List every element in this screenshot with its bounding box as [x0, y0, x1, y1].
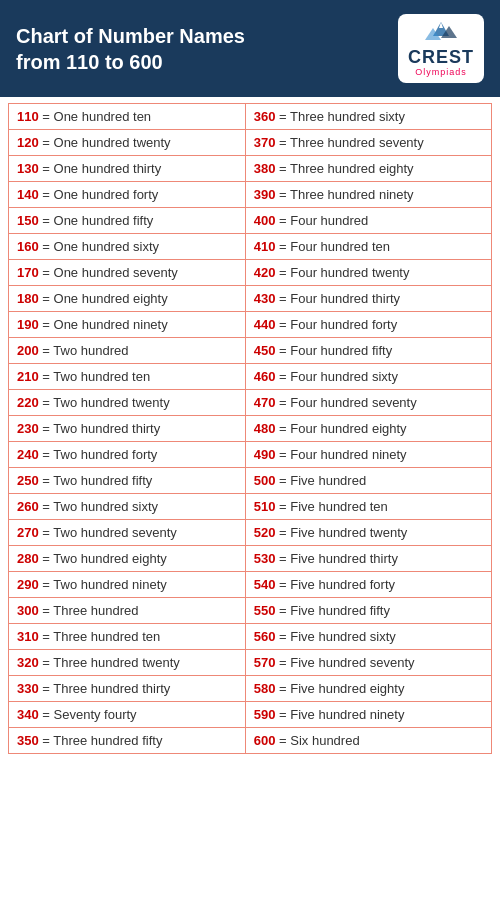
logo-icon — [423, 20, 459, 48]
number-value: 320 — [17, 655, 42, 670]
number-value: 270 — [17, 525, 42, 540]
table-row: 290 = Two hundred ninety540 = Five hundr… — [9, 572, 492, 598]
table-row: 230 = Two hundred thirty480 = Four hundr… — [9, 416, 492, 442]
number-value: 130 — [17, 161, 42, 176]
number-value: 420 — [254, 265, 279, 280]
table-cell: 360 = Three hundred sixty — [245, 104, 491, 130]
table-cell: 220 = Two hundred twenty — [9, 390, 246, 416]
page-title: Chart of Number Names from 110 to 600 — [16, 23, 276, 75]
table-row: 210 = Two hundred ten460 = Four hundred … — [9, 364, 492, 390]
table-row: 300 = Three hundred550 = Five hundred fi… — [9, 598, 492, 624]
table-cell: 140 = One hundred forty — [9, 182, 246, 208]
number-value: 330 — [17, 681, 42, 696]
table-cell: 150 = One hundred fifty — [9, 208, 246, 234]
table-row: 320 = Three hundred twenty570 = Five hun… — [9, 650, 492, 676]
logo-sub: Olympiads — [415, 67, 467, 77]
number-value: 530 — [254, 551, 279, 566]
number-value: 480 — [254, 421, 279, 436]
number-value: 510 — [254, 499, 279, 514]
table-cell: 310 = Three hundred ten — [9, 624, 246, 650]
table-cell: 180 = One hundred eighty — [9, 286, 246, 312]
table-cell: 580 = Five hundred eighty — [245, 676, 491, 702]
number-value: 280 — [17, 551, 42, 566]
table-cell: 340 = Seventy fourty — [9, 702, 246, 728]
number-value: 460 — [254, 369, 279, 384]
table-container: 110 = One hundred ten360 = Three hundred… — [0, 97, 500, 760]
table-row: 250 = Two hundred fifty500 = Five hundre… — [9, 468, 492, 494]
number-value: 150 — [17, 213, 42, 228]
number-value: 300 — [17, 603, 42, 618]
number-value: 400 — [254, 213, 279, 228]
table-row: 140 = One hundred forty390 = Three hundr… — [9, 182, 492, 208]
table-cell: 200 = Two hundred — [9, 338, 246, 364]
logo-container: CREST Olympiads — [398, 14, 484, 83]
table-cell: 400 = Four hundred — [245, 208, 491, 234]
table-cell: 320 = Three hundred twenty — [9, 650, 246, 676]
number-value: 590 — [254, 707, 279, 722]
number-value: 140 — [17, 187, 42, 202]
table-row: 330 = Three hundred thirty580 = Five hun… — [9, 676, 492, 702]
table-cell: 550 = Five hundred fifty — [245, 598, 491, 624]
table-row: 130 = One hundred thirty380 = Three hund… — [9, 156, 492, 182]
table-cell: 600 = Six hundred — [245, 728, 491, 754]
table-cell: 130 = One hundred thirty — [9, 156, 246, 182]
number-value: 250 — [17, 473, 42, 488]
table-cell: 210 = Two hundred ten — [9, 364, 246, 390]
table-cell: 560 = Five hundred sixty — [245, 624, 491, 650]
table-row: 200 = Two hundred450 = Four hundred fift… — [9, 338, 492, 364]
table-cell: 160 = One hundred sixty — [9, 234, 246, 260]
table-cell: 420 = Four hundred twenty — [245, 260, 491, 286]
table-cell: 370 = Three hundred seventy — [245, 130, 491, 156]
table-cell: 280 = Two hundred eighty — [9, 546, 246, 572]
table-cell: 330 = Three hundred thirty — [9, 676, 246, 702]
table-cell: 110 = One hundred ten — [9, 104, 246, 130]
table-cell: 460 = Four hundred sixty — [245, 364, 491, 390]
table-row: 170 = One hundred seventy420 = Four hund… — [9, 260, 492, 286]
number-value: 340 — [17, 707, 42, 722]
number-value: 360 — [254, 109, 279, 124]
table-cell: 270 = Two hundred seventy — [9, 520, 246, 546]
table-cell: 440 = Four hundred forty — [245, 312, 491, 338]
table-cell: 260 = Two hundred sixty — [9, 494, 246, 520]
table-row: 240 = Two hundred forty490 = Four hundre… — [9, 442, 492, 468]
number-value: 210 — [17, 369, 42, 384]
number-value: 520 — [254, 525, 279, 540]
number-value: 560 — [254, 629, 279, 644]
table-cell: 530 = Five hundred thirty — [245, 546, 491, 572]
table-cell: 430 = Four hundred thirty — [245, 286, 491, 312]
number-value: 260 — [17, 499, 42, 514]
table-row: 310 = Three hundred ten560 = Five hundre… — [9, 624, 492, 650]
number-value: 500 — [254, 473, 279, 488]
table-cell: 490 = Four hundred ninety — [245, 442, 491, 468]
table-cell: 250 = Two hundred fifty — [9, 468, 246, 494]
table-cell: 450 = Four hundred fifty — [245, 338, 491, 364]
number-value: 200 — [17, 343, 42, 358]
table-row: 160 = One hundred sixty410 = Four hundre… — [9, 234, 492, 260]
table-row: 350 = Three hundred fifty600 = Six hundr… — [9, 728, 492, 754]
number-value: 110 — [17, 109, 42, 124]
number-value: 290 — [17, 577, 42, 592]
number-value: 120 — [17, 135, 42, 150]
number-value: 580 — [254, 681, 279, 696]
number-value: 600 — [254, 733, 279, 748]
page-header: Chart of Number Names from 110 to 600 CR… — [0, 0, 500, 97]
table-row: 110 = One hundred ten360 = Three hundred… — [9, 104, 492, 130]
table-cell: 170 = One hundred seventy — [9, 260, 246, 286]
table-cell: 510 = Five hundred ten — [245, 494, 491, 520]
table-cell: 290 = Two hundred ninety — [9, 572, 246, 598]
number-value: 430 — [254, 291, 279, 306]
table-row: 340 = Seventy fourty590 = Five hundred n… — [9, 702, 492, 728]
number-value: 440 — [254, 317, 279, 332]
table-cell: 410 = Four hundred ten — [245, 234, 491, 260]
table-row: 260 = Two hundred sixty510 = Five hundre… — [9, 494, 492, 520]
table-row: 190 = One hundred ninety440 = Four hundr… — [9, 312, 492, 338]
number-value: 350 — [17, 733, 42, 748]
number-value: 450 — [254, 343, 279, 358]
table-cell: 230 = Two hundred thirty — [9, 416, 246, 442]
table-row: 280 = Two hundred eighty530 = Five hundr… — [9, 546, 492, 572]
table-cell: 380 = Three hundred eighty — [245, 156, 491, 182]
table-row: 120 = One hundred twenty370 = Three hund… — [9, 130, 492, 156]
table-cell: 240 = Two hundred forty — [9, 442, 246, 468]
number-value: 170 — [17, 265, 42, 280]
table-cell: 500 = Five hundred — [245, 468, 491, 494]
